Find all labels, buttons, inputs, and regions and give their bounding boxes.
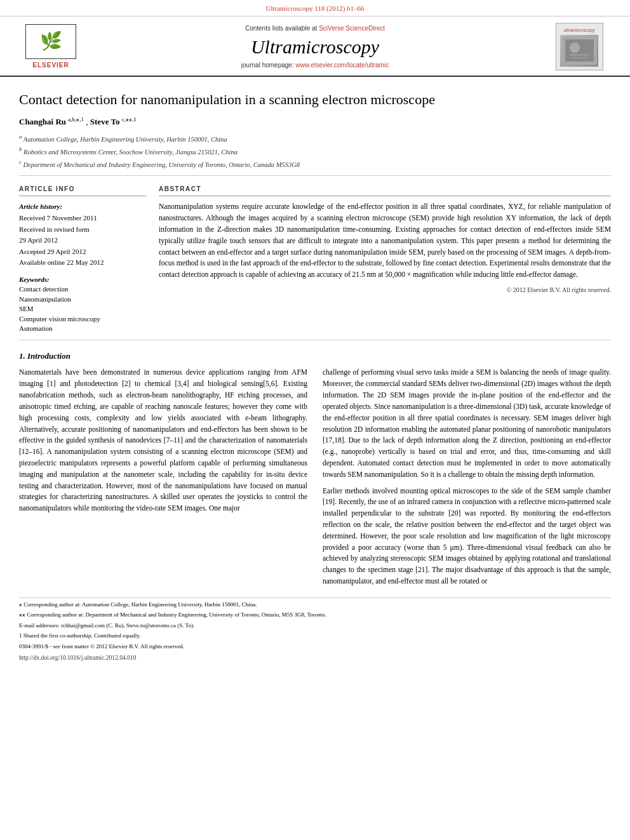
journal-center: Contents lists available at SciVerse Sci… (83, 24, 547, 70)
journal-right: ultramicroscopy (547, 23, 611, 70)
elsevier-logo-box: 🌿 (25, 24, 76, 59)
received-date: Received 7 November 2011 (19, 213, 146, 224)
keyword-5: Automation (19, 324, 146, 333)
revised-label: Received in revised form (19, 224, 146, 236)
journal-citation: Ultramicroscopy 118 (2012) 61–66 (265, 4, 364, 12)
article-history: Article history: Received 7 November 201… (19, 201, 146, 269)
affil-c: c Department of Mechanical and Industry … (19, 157, 611, 170)
footnote-shared: 1 Shared the first co-authorship. Contri… (19, 632, 611, 641)
revised-date: 29 April 2012 (19, 235, 146, 246)
elsevier-logo: 🌿 ELSEVIER (19, 24, 83, 70)
affiliations: a Automation College, Harbin Engineering… (19, 132, 611, 171)
thumb-title: ultramicroscopy (563, 27, 594, 34)
history-label: Article history: (19, 201, 146, 213)
svg-rect-3 (570, 54, 589, 56)
paper-title: Contact detection for nanomanipulation i… (19, 91, 611, 109)
affil-a: a Automation College, Harbin Engineering… (19, 132, 611, 145)
svg-point-2 (570, 43, 580, 53)
footnote-issn: 0304-3991/$ - see front matter © 2012 El… (19, 643, 611, 651)
homepage-line: journal homepage: www.elsevier.com/locat… (83, 61, 547, 70)
doi-line: http://dx.doi.org/10.1016/j.ultramic.201… (19, 653, 611, 662)
author-2-sup: c,⁎⁎,1 (122, 116, 137, 123)
abstract-heading: Abstract (159, 185, 611, 196)
sciverse-link[interactable]: SciVerse ScienceDirect (319, 25, 385, 32)
journal-header: 🌿 ELSEVIER Contents lists available at S… (0, 17, 630, 77)
keyword-1: Contact detection (19, 284, 146, 294)
body-section: 1. Introduction Nanomaterials have been … (19, 340, 611, 592)
body-two-col: Nanomaterials have been demonstrated in … (19, 367, 611, 592)
footnote-email: E-mail addresses: rchhai@gmail.com (C. R… (19, 622, 611, 630)
online-date: Available online 22 May 2012 (19, 257, 146, 269)
keyword-4: Computer vision microscopy (19, 314, 146, 324)
elsevier-label: ELSEVIER (32, 61, 69, 70)
article-info-heading: Article Info (19, 185, 146, 196)
thumb-image (560, 35, 598, 67)
footnotes-section: ⁎ Corresponding author at: Automation Co… (19, 597, 611, 663)
journal-title: Ultramicroscopy (83, 36, 547, 58)
copyright-line: © 2012 Elsevier B.V. All rights reserved… (159, 286, 611, 295)
authors-line: Changhai Ru a,b,⁎,1 , Steve To c,⁎⁎,1 (19, 116, 611, 128)
paper-title-section: Contact detection for nanomanipulation i… (19, 77, 611, 176)
homepage-url[interactable]: www.elsevier.com/locate/ultramic (295, 62, 389, 69)
keywords-block: Keywords: Contact detection Nanomanipula… (19, 275, 146, 333)
footnote-corr2: ⁎⁎ Corresponding author at: Department o… (19, 611, 611, 620)
intro-heading: 1. Introduction (19, 350, 611, 362)
intro-para-right-2: Earlier methods involved mounting optica… (323, 486, 611, 587)
abstract-text: Nanomanipulation systems require accurat… (159, 201, 611, 281)
elsevier-tree-icon: 🌿 (40, 32, 62, 50)
abstract-col: Abstract Nanomanipulation systems requir… (159, 185, 611, 333)
body-left-col: Nanomaterials have been demonstrated in … (19, 367, 307, 592)
svg-rect-4 (572, 57, 587, 58)
main-content: Contact detection for nanomanipulation i… (0, 77, 630, 662)
body-right-col: challenge of performing visual servo tas… (323, 367, 611, 592)
author-1-name: Changhai Ru (19, 117, 68, 126)
intro-para-right-1: challenge of performing visual servo tas… (323, 367, 611, 480)
footnote-corr1: ⁎ Corresponding author at: Automation Co… (19, 601, 611, 610)
metadata-section: Article Info Article history: Received 7… (19, 176, 611, 340)
intro-para-1: Nanomaterials have been demonstrated in … (19, 367, 307, 514)
keyword-2: Nanomanipulation (19, 295, 146, 304)
journal-thumbnail: ultramicroscopy (556, 23, 603, 70)
keywords-label: Keywords: (19, 275, 146, 284)
accepted-date: Accepted 29 April 2012 (19, 246, 146, 258)
article-info-col: Article Info Article history: Received 7… (19, 185, 146, 333)
affil-b: b Robotics and Microsystems Center, Sooc… (19, 145, 611, 157)
author-2-name: Steve To (90, 117, 122, 126)
contents-line: Contents lists available at SciVerse Sci… (83, 24, 547, 33)
top-bar: Ultramicroscopy 118 (2012) 61–66 (0, 0, 630, 17)
keyword-3: SEM (19, 304, 146, 314)
author-1-sup: a,b,⁎,1 (68, 116, 84, 123)
